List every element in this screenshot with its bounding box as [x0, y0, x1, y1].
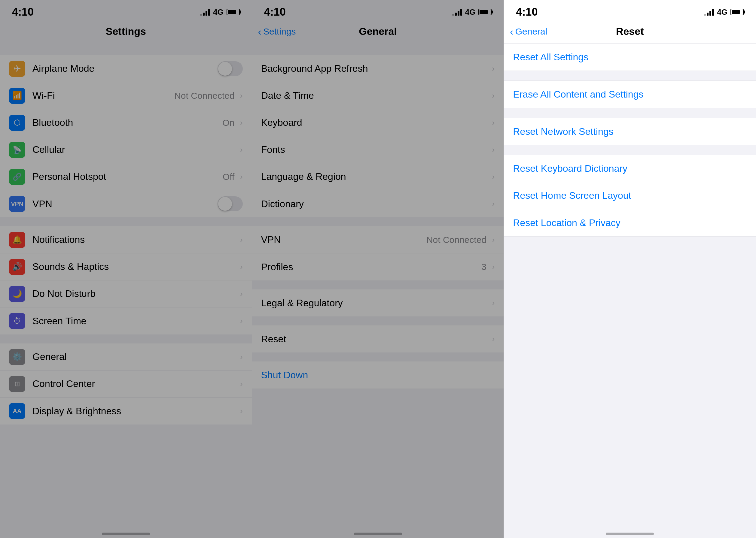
vpn-general-chevron: ›: [492, 235, 495, 245]
keyboard-chevron: ›: [492, 118, 495, 128]
airplane-mode-row[interactable]: ✈ Airplane Mode: [0, 55, 252, 82]
display-chevron: ›: [240, 406, 242, 416]
nav-title-2: General: [359, 26, 397, 37]
control-center-label: Control Center: [32, 378, 238, 389]
scroll-indicator-3: [606, 533, 654, 535]
reset-network-section: Reset Network Settings: [504, 118, 756, 145]
control-center-chevron: ›: [240, 379, 242, 389]
network-type-1: 4G: [213, 8, 223, 17]
signal-bars-3: [704, 8, 714, 16]
general-row[interactable]: ⚙️ General ›: [0, 344, 252, 370]
status-bar-2: 4:10 4G: [252, 0, 504, 22]
shutdown-row[interactable]: Shut Down: [252, 361, 504, 389]
general-screen: 4:10 4G ‹ Settings General Background Ap…: [252, 0, 504, 538]
time-2: 4:10: [264, 6, 286, 18]
vpn-icon: VPN: [9, 196, 25, 212]
signal-bars-2: [452, 8, 462, 16]
hotspot-chevron: ›: [240, 172, 242, 182]
vpn-toggle-thumb: [218, 197, 232, 211]
nav-title-1: Settings: [106, 26, 146, 37]
notifications-chevron: ›: [240, 235, 242, 245]
reset-network-row[interactable]: Reset Network Settings: [504, 118, 756, 145]
vpn-toggle[interactable]: [218, 196, 243, 211]
reset-screen: 4:10 4G ‹ General Reset Reset All Settin…: [504, 0, 756, 538]
dictionary-label: Dictionary: [261, 198, 490, 210]
time-3: 4:10: [516, 6, 537, 18]
keyboard-row[interactable]: Keyboard ›: [252, 109, 504, 136]
reset-home-label: Reset Home Screen Layout: [513, 190, 747, 201]
fonts-row[interactable]: Fonts ›: [252, 136, 504, 163]
reset-network-label: Reset Network Settings: [513, 126, 747, 137]
nav-bar-3: ‹ General Reset: [504, 22, 756, 43]
nav-bar-1: Settings: [0, 22, 252, 43]
battery-1: [226, 9, 240, 15]
general-group: ⚙️ General › ⊞ Control Center › AA Displ…: [0, 344, 252, 424]
reset-location-label: Reset Location & Privacy: [513, 217, 747, 229]
general-icon: ⚙️: [9, 349, 25, 365]
legal-row[interactable]: Legal & Regulatory ›: [252, 290, 504, 316]
signal-bar-1: [200, 14, 202, 16]
signal-bar-3-1: [704, 14, 706, 16]
vpn-general-label: VPN: [261, 234, 426, 245]
language-chevron: ›: [492, 172, 495, 182]
hotspot-row[interactable]: 🔗 Personal Hotspot Off ›: [0, 163, 252, 190]
bg-refresh-row[interactable]: Background App Refresh ›: [252, 55, 504, 82]
dnd-label: Do Not Disturb: [32, 288, 238, 299]
display-row[interactable]: AA Display & Brightness ›: [0, 398, 252, 424]
signal-bar-2-3: [458, 11, 460, 16]
airplane-toggle[interactable]: [218, 61, 243, 76]
nav-bar-2: ‹ Settings General: [252, 22, 504, 43]
dictionary-row[interactable]: Dictionary ›: [252, 190, 504, 217]
dnd-row[interactable]: 🌙 Do Not Disturb ›: [0, 280, 252, 307]
language-row[interactable]: Language & Region ›: [252, 163, 504, 190]
hotspot-label: Personal Hotspot: [32, 171, 222, 182]
keyboard-label: Keyboard: [261, 117, 490, 128]
bluetooth-label: Bluetooth: [32, 117, 222, 128]
reset-all-section: Reset All Settings: [504, 43, 756, 71]
reset-group: Reset ›: [252, 325, 504, 352]
section-gap-1: [0, 43, 252, 55]
bluetooth-chevron: ›: [240, 118, 242, 128]
wifi-row[interactable]: 📶 Wi-Fi Not Connected ›: [0, 82, 252, 109]
vpn-label: VPN: [32, 198, 215, 210]
wifi-label: Wi-Fi: [32, 90, 174, 101]
vpn-row[interactable]: VPN VPN: [0, 190, 252, 217]
scroll-indicator-1: [102, 533, 150, 535]
display-label: Display & Brightness: [32, 405, 238, 417]
erase-section: Erase All Content and Settings: [504, 81, 756, 108]
reset-keyboard-row[interactable]: Reset Keyboard Dictionary: [504, 155, 756, 182]
sounds-row[interactable]: 🔊 Sounds & Haptics ›: [0, 253, 252, 280]
reset-all-row[interactable]: Reset All Settings: [504, 43, 756, 71]
dnd-chevron: ›: [240, 289, 242, 299]
profiles-row[interactable]: Profiles 3 ›: [252, 253, 504, 280]
vpn-general-row[interactable]: VPN Not Connected ›: [252, 226, 504, 253]
vpn-profiles-group: VPN Not Connected › Profiles 3 ›: [252, 226, 504, 280]
signal-bar-3-2: [707, 13, 709, 16]
sounds-label: Sounds & Haptics: [32, 261, 238, 272]
status-icons-1: 4G: [200, 8, 240, 17]
wifi-icon: 📶: [9, 88, 25, 104]
reset-chevron-general: ›: [492, 334, 495, 344]
datetime-row[interactable]: Date & Time ›: [252, 82, 504, 109]
reset-home-row[interactable]: Reset Home Screen Layout: [504, 182, 756, 209]
battery-2: [478, 9, 492, 15]
network-type-2: 4G: [465, 8, 476, 17]
general-back-button[interactable]: ‹ Settings: [258, 27, 296, 37]
bluetooth-row[interactable]: ⬡ Bluetooth On ›: [0, 109, 252, 136]
bg-refresh-label: Background App Refresh: [261, 63, 490, 74]
notifications-group: 🔔 Notifications › 🔊 Sounds & Haptics › 🌙…: [0, 226, 252, 335]
general-top-group: Background App Refresh › Date & Time › K…: [252, 55, 504, 217]
reset-back-button[interactable]: ‹ General: [510, 27, 547, 37]
status-icons-2: 4G: [452, 8, 492, 17]
reset-location-row[interactable]: Reset Location & Privacy: [504, 209, 756, 236]
sounds-icon: 🔊: [9, 259, 25, 275]
control-center-row[interactable]: ⊞ Control Center ›: [0, 370, 252, 398]
cellular-row[interactable]: 📡 Cellular ›: [0, 136, 252, 163]
erase-row[interactable]: Erase All Content and Settings: [504, 81, 756, 108]
screentime-row[interactable]: ⏱ Screen Time ›: [0, 307, 252, 335]
notifications-row[interactable]: 🔔 Notifications ›: [0, 226, 252, 253]
section-gap-3a: [504, 71, 756, 81]
display-icon: AA: [9, 403, 25, 419]
reset-row-general[interactable]: Reset ›: [252, 325, 504, 352]
reset-label-general: Reset: [261, 334, 490, 345]
